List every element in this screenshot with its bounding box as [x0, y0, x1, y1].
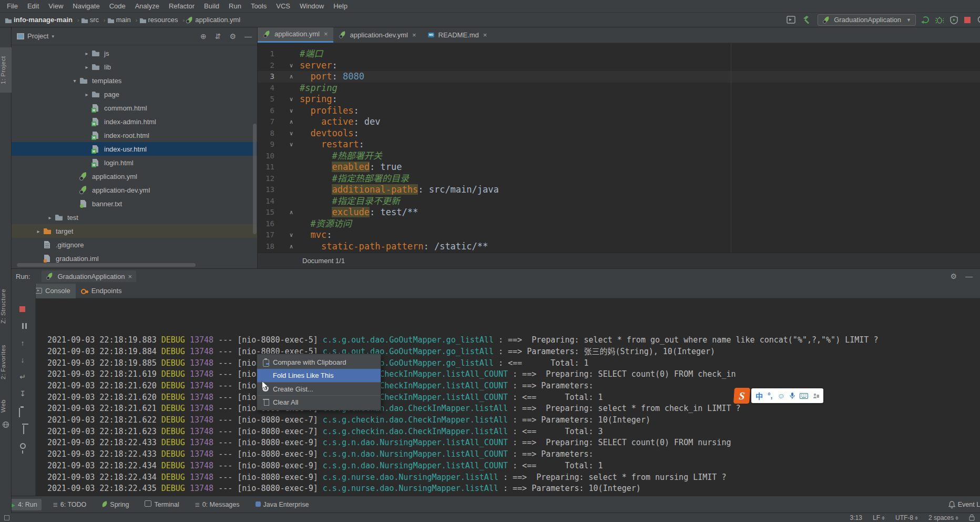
tree-row[interactable]: .gitignore: [12, 238, 258, 252]
menu-item[interactable]: Refactor: [164, 0, 199, 13]
chevron-down-icon[interactable]: ▾: [52, 34, 54, 39]
fold-marker-icon[interactable]: ∧: [287, 241, 295, 253]
down-stack-trace-icon[interactable]: ↓: [18, 355, 27, 365]
microphone-icon[interactable]: [790, 392, 795, 399]
stop-button[interactable]: [19, 306, 25, 312]
tree-row[interactable]: application.yml: [12, 169, 258, 183]
menu-item[interactable]: Tools: [246, 0, 271, 13]
run-configuration-select[interactable]: GraduationApplication ▼: [818, 14, 916, 26]
coverage-shield-icon[interactable]: [950, 16, 958, 24]
fold-marker-icon[interactable]: ∨: [287, 105, 295, 117]
tree-row[interactable]: banner.txt: [12, 197, 258, 210]
run-button[interactable]: [922, 16, 929, 23]
scroll-to-end-icon[interactable]: ↧: [18, 389, 27, 398]
tree-row[interactable]: application-dev.yml: [12, 183, 258, 197]
menu-item[interactable]: File: [2, 0, 23, 13]
fold-marker-icon[interactable]: ∨: [287, 139, 295, 150]
breadcrumb-item[interactable]: info-manage-main ›: [4, 16, 79, 24]
debug-bug-icon[interactable]: [935, 16, 944, 24]
ime-punctuation-toggle[interactable]: °,: [768, 392, 773, 400]
preview-panel-icon[interactable]: [787, 16, 795, 24]
close-icon[interactable]: ×: [324, 30, 328, 38]
project-panel-title[interactable]: Project: [27, 32, 48, 40]
menu-item[interactable]: Analyze: [130, 0, 164, 13]
tree-row[interactable]: index-admin.html: [12, 115, 258, 128]
soft-wrap-icon[interactable]: ↵: [18, 372, 27, 382]
stripe-tab-project[interactable]: 1: Project: [0, 47, 12, 93]
tool-window-button[interactable]: Java Enterprise: [251, 499, 313, 510]
tree-horizontal-scrollbar[interactable]: [17, 263, 196, 267]
tab-console[interactable]: Console: [30, 284, 76, 298]
close-icon[interactable]: ×: [128, 273, 132, 280]
tree-row[interactable]: index-usr.html: [12, 142, 258, 156]
ime-language-toggle[interactable]: 中: [756, 390, 763, 401]
context-menu-item[interactable]: Fold Lines Like This: [257, 369, 381, 382]
code-line[interactable]: 4 #spring: [258, 83, 980, 94]
build-hammer-icon[interactable]: [802, 15, 811, 24]
search-icon[interactable]: [977, 15, 980, 25]
code-line[interactable]: 3 ∧ port: 8080: [258, 71, 980, 83]
code-line[interactable]: 17 ∨ mvc:: [258, 229, 980, 241]
ime-profile-icon[interactable]: [813, 393, 819, 399]
line-separator-widget[interactable]: LF: [873, 514, 885, 521]
code-line[interactable]: 1 #端口: [258, 48, 980, 60]
hide-panel-icon[interactable]: —: [965, 272, 973, 280]
tree-expand-arrow-icon[interactable]: ▸: [82, 64, 91, 70]
ime-logo[interactable]: S: [733, 388, 750, 404]
gear-icon[interactable]: ⚙: [950, 272, 957, 280]
code-line[interactable]: 7 ∧ active: dev: [258, 116, 980, 128]
code-line[interactable]: 8 ∨ devtools:: [258, 128, 980, 139]
code-line[interactable]: 11 enabled: true: [258, 162, 980, 173]
fold-marker-icon[interactable]: ∨: [287, 128, 295, 139]
menu-item[interactable]: Navigate: [68, 0, 104, 13]
fold-marker-icon[interactable]: ∧: [287, 207, 295, 218]
fold-marker-icon[interactable]: [287, 48, 295, 60]
event-log-button[interactable]: Event Log: [948, 501, 980, 508]
tool-window-button[interactable]: Terminal: [140, 498, 183, 510]
code-line[interactable]: 9 ∨ restart:: [258, 139, 980, 150]
clear-all-icon[interactable]: [23, 425, 24, 434]
indent-widget[interactable]: 2 spaces: [928, 514, 958, 521]
tree-row[interactable]: ▸ lib: [12, 60, 258, 74]
fold-marker-icon[interactable]: [287, 218, 295, 230]
caret-position[interactable]: 3:13: [850, 514, 862, 521]
editor-tab[interactable]: application-dev.yml ×: [333, 27, 422, 43]
code-editor[interactable]: 1 #端口 2 ∨ server: 3 ∧ port: 8080: [258, 43, 980, 253]
tree-expand-arrow-icon[interactable]: ▾: [70, 78, 79, 84]
tree-row[interactable]: login.html: [12, 156, 258, 169]
stripe-toggle-icon[interactable]: [4, 515, 9, 520]
fold-marker-icon[interactable]: [287, 196, 295, 207]
tree-expand-arrow-icon[interactable]: ▸: [82, 51, 91, 56]
pause-output-icon[interactable]: [18, 322, 27, 331]
code-line[interactable]: 13 additional-paths: src/main/java: [258, 184, 980, 196]
menu-item[interactable]: Window: [295, 0, 329, 13]
fold-marker-icon[interactable]: ∧: [287, 116, 295, 128]
fold-marker-icon[interactable]: [287, 162, 295, 173]
breadcrumb-item[interactable]: src ›: [80, 16, 106, 24]
tab-endpoints[interactable]: Endpoints: [76, 284, 127, 298]
menu-item[interactable]: View: [44, 0, 68, 13]
tool-window-button[interactable]: Spring: [98, 499, 133, 510]
lock-icon[interactable]: [969, 514, 975, 521]
menu-item[interactable]: Build: [199, 0, 224, 13]
tree-expand-arrow-icon[interactable]: ▸: [82, 92, 91, 97]
tree-row[interactable]: commom.html: [12, 101, 258, 115]
gear-icon[interactable]: ⚙: [229, 32, 236, 41]
menu-item[interactable]: Run: [224, 0, 246, 13]
encoding-widget[interactable]: UTF-8: [895, 514, 918, 521]
tool-window-button[interactable]: 4: Run: [7, 499, 42, 510]
run-configuration-tab[interactable]: GraduationApplication ×: [42, 270, 136, 282]
fold-marker-icon[interactable]: ∨: [287, 94, 295, 105]
tree-row[interactable]: ▸ page: [12, 87, 258, 101]
tree-row[interactable]: index-root.html: [12, 128, 258, 142]
fold-marker-icon[interactable]: ∨: [287, 229, 295, 241]
code-line[interactable]: 12 #指定热部署的目录: [258, 173, 980, 185]
code-line[interactable]: 18 ∧ static-path-pattern: /static/**: [258, 241, 980, 253]
fold-marker-icon[interactable]: [287, 150, 295, 162]
tree-expand-arrow-icon[interactable]: ▸: [45, 215, 55, 220]
menu-item[interactable]: Help: [329, 0, 352, 13]
locate-file-icon[interactable]: ⊕: [200, 32, 207, 41]
code-line[interactable]: 14 #指定目录不更新: [258, 196, 980, 207]
tree-row[interactable]: ▸ test: [12, 210, 258, 224]
editor-tab[interactable]: README.md ×: [422, 27, 493, 43]
